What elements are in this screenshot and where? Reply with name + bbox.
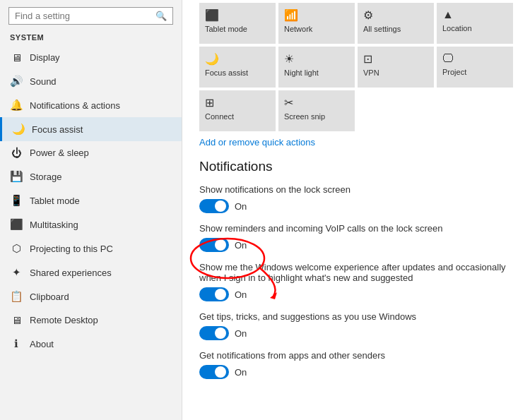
notification-label-welcome: Show me the Windows welcome experience a… xyxy=(199,262,513,283)
notification-label-tips: Get tips, tricks, and suggestions as you… xyxy=(199,311,513,322)
toggle-tips[interactable] xyxy=(199,326,229,340)
sidebar-item-focus[interactable]: 🌙 Focus assist xyxy=(0,117,182,141)
qa-label-all-settings: All settings xyxy=(363,25,401,33)
qa-tile-project[interactable]: 🖵 Project xyxy=(437,47,513,88)
qa-tile-vpn[interactable]: ⊡ VPN xyxy=(358,47,434,88)
search-input[interactable] xyxy=(15,11,155,21)
sidebar-icon-power: ⏻ xyxy=(10,147,23,159)
main-inner: ⬛ Tablet mode 📶 Network ⚙ All settings ▲… xyxy=(199,3,513,379)
qa-icon-vpn: ⊡ xyxy=(363,52,372,66)
sidebar-label-focus: Focus assist xyxy=(32,124,83,135)
qa-tile-location[interactable]: ▲ Location xyxy=(437,3,513,44)
sidebar-item-tablet[interactable]: 📱 Tablet mode xyxy=(0,188,182,212)
sidebar-item-projecting[interactable]: ⬡ Projecting to this PC xyxy=(0,236,182,260)
sidebar: 🔍 System 🖥 Display 🔊 Sound 🔔 Notificatio… xyxy=(0,0,182,420)
sidebar-item-storage[interactable]: 💾 Storage xyxy=(0,164,182,188)
sidebar-item-shared[interactable]: ✦ Shared experiences xyxy=(0,260,182,284)
sidebar-icon-notifications: 🔔 xyxy=(10,99,23,112)
notification-row-lock-screen: Show notifications on the lock screen On xyxy=(199,184,513,213)
main-content: ⬛ Tablet mode 📶 Network ⚙ All settings ▲… xyxy=(182,0,530,420)
qa-icon-tablet-mode: ⬛ xyxy=(205,8,219,22)
toggle-state-welcome: On xyxy=(235,289,247,300)
qa-label-tablet-mode: Tablet mode xyxy=(205,25,247,33)
toggle-row-welcome: On xyxy=(199,287,513,301)
sidebar-label-storage: Storage xyxy=(30,172,62,182)
qa-tile-all-settings[interactable]: ⚙ All settings xyxy=(358,3,434,44)
sidebar-label-shared: Shared experiences xyxy=(30,268,112,278)
sidebar-label-display: Display xyxy=(30,52,60,63)
sidebar-item-multitasking[interactable]: ⬛ Multitasking xyxy=(0,212,182,236)
sidebar-icon-storage: 💾 xyxy=(10,170,23,183)
sidebar-label-about: About xyxy=(30,339,54,349)
qa-icon-all-settings: ⚙ xyxy=(363,8,373,22)
toggle-lock-screen[interactable] xyxy=(199,199,229,213)
notification-label-app-notifications: Get notifications from apps and other se… xyxy=(199,350,513,361)
toggle-row-tips: On xyxy=(199,326,513,340)
notification-row-tips: Get tips, tricks, and suggestions as you… xyxy=(199,311,513,340)
sidebar-label-multitasking: Multitasking xyxy=(30,220,78,230)
toggle-row-reminders: On xyxy=(199,238,513,252)
qa-tile-focus-assist[interactable]: 🌙 Focus assist xyxy=(199,47,276,88)
sidebar-label-sound: Sound xyxy=(30,76,57,87)
qa-icon-night-light: ☀ xyxy=(284,52,294,66)
sidebar-icon-focus: 🌙 xyxy=(12,123,25,136)
sidebar-icon-multitasking: ⬛ xyxy=(10,218,23,231)
qa-label-screen-snip: Screen snip xyxy=(284,112,325,121)
sidebar-label-notifications: Notifications & actions xyxy=(30,100,120,111)
sidebar-item-notifications[interactable]: 🔔 Notifications & actions xyxy=(0,93,182,117)
notification-items-container: Show notifications on the lock screen On… xyxy=(199,184,513,379)
qa-label-vpn: VPN xyxy=(363,68,379,77)
toggle-row-app-notifications: On xyxy=(199,365,513,379)
toggle-state-reminders: On xyxy=(235,240,247,251)
notification-row-welcome: Show me the Windows welcome experience a… xyxy=(199,262,513,301)
sidebar-item-clipboard[interactable]: 📋 Clipboard xyxy=(0,284,182,308)
toggle-state-tips: On xyxy=(235,328,247,339)
notifications-title: Notifications xyxy=(199,159,513,174)
sidebar-section-label: System xyxy=(0,30,182,46)
toggle-state-app-notifications: On xyxy=(235,367,247,378)
toggle-state-lock-screen: On xyxy=(235,201,247,212)
sidebar-icon-projecting: ⬡ xyxy=(10,242,23,255)
sidebar-icon-about: ℹ xyxy=(10,337,23,350)
search-icon: 🔍 xyxy=(155,11,167,21)
qa-tile-screen-snip[interactable]: ✂ Screen snip xyxy=(278,90,355,131)
toggle-row-lock-screen: On xyxy=(199,199,513,213)
sidebar-item-power[interactable]: ⏻ Power & sleep xyxy=(0,141,182,164)
sidebar-label-clipboard: Clipboard xyxy=(30,292,69,302)
qa-label-focus-assist: Focus assist xyxy=(205,68,248,77)
sidebar-label-remote: Remote Desktop xyxy=(30,315,98,325)
qa-label-connect: Connect xyxy=(205,112,234,121)
qa-tile-network[interactable]: 📶 Network xyxy=(278,3,355,44)
sidebar-item-display[interactable]: 🖥 Display xyxy=(0,46,182,69)
sidebar-icon-tablet: 📱 xyxy=(10,194,23,207)
notifications-section: Notifications Show notifications on the … xyxy=(199,159,513,379)
notification-label-lock-screen: Show notifications on the lock screen xyxy=(199,184,513,195)
toggle-reminders[interactable] xyxy=(199,238,229,252)
sidebar-icon-remote: 🖥 xyxy=(10,314,23,326)
toggle-welcome[interactable] xyxy=(199,287,229,301)
qa-icon-connect: ⊞ xyxy=(205,96,214,109)
qa-icon-screen-snip: ✂ xyxy=(284,96,293,109)
sidebar-item-about[interactable]: ℹ About xyxy=(0,332,182,356)
qa-label-night-light: Night light xyxy=(284,68,319,77)
sidebar-item-sound[interactable]: 🔊 Sound xyxy=(0,69,182,93)
qa-label-network: Network xyxy=(284,25,312,33)
qa-icon-focus-assist: 🌙 xyxy=(205,52,219,66)
sidebar-label-power: Power & sleep xyxy=(30,148,89,158)
qa-icon-location: ▲ xyxy=(442,8,454,21)
notification-row-app-notifications: Get notifications from apps and other se… xyxy=(199,350,513,379)
sidebar-icon-clipboard: 📋 xyxy=(10,290,23,303)
notification-row-reminders: Show reminders and incoming VoIP calls o… xyxy=(199,223,513,252)
add-remove-quick-actions-link[interactable]: Add or remove quick actions xyxy=(199,137,315,148)
qa-icon-network: 📶 xyxy=(284,8,298,22)
qa-tile-tablet-mode[interactable]: ⬛ Tablet mode xyxy=(199,3,276,44)
notification-label-reminders: Show reminders and incoming VoIP calls o… xyxy=(199,223,513,234)
sidebar-item-remote[interactable]: 🖥 Remote Desktop xyxy=(0,308,182,332)
sidebar-items-container: 🖥 Display 🔊 Sound 🔔 Notifications & acti… xyxy=(0,46,182,356)
toggle-app-notifications[interactable] xyxy=(199,365,229,379)
sidebar-icon-sound: 🔊 xyxy=(10,75,23,88)
qa-tile-night-light[interactable]: ☀ Night light xyxy=(278,47,355,88)
sidebar-icon-shared: ✦ xyxy=(10,266,23,279)
search-box[interactable]: 🔍 xyxy=(8,7,173,25)
qa-tile-connect[interactable]: ⊞ Connect xyxy=(199,90,276,131)
